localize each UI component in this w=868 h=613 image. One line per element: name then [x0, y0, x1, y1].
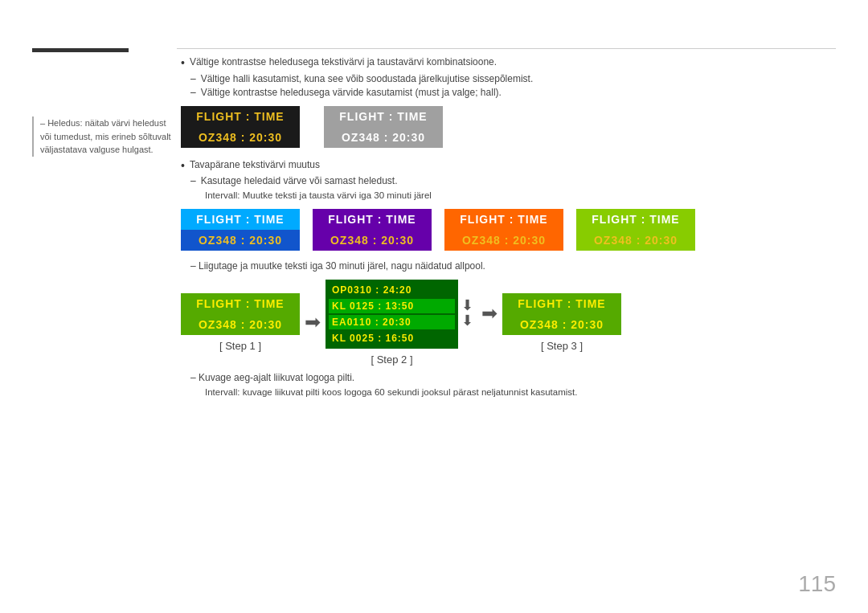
arrow-down-1: ⬇ [461, 298, 473, 314]
scroll-row-1: KL 0125 : 13:50 [329, 299, 455, 313]
bullet-dot: • [181, 56, 185, 70]
step-1-block: FLIGHT : TIME OZ348 : 20:30 [ Step 1 ] [181, 293, 300, 352]
step1-header: FLIGHT : TIME [181, 293, 300, 314]
sub-dash-1: – [190, 175, 196, 186]
dash-item-2: – Vältige kontrastse heledusega värvide … [181, 87, 836, 98]
fc-gray-body: OZ348 : 20:30 [324, 127, 443, 148]
fc-orange-header: FLIGHT : TIME [444, 209, 563, 230]
fc-gy-body: OZ348 : 20:30 [576, 230, 695, 251]
flight-card-gray: FLIGHT : TIME OZ348 : 20:30 [324, 106, 443, 148]
step3-body: OZ348 : 20:30 [502, 314, 621, 335]
step3-label: [ Step 3 ] [541, 340, 583, 352]
dash-1: – [190, 73, 196, 84]
steps-row: FLIGHT : TIME OZ348 : 20:30 [ Step 1 ] ➡… [181, 280, 836, 366]
scroll-display: OP0310 : 24:20 KL 0125 : 13:50 EA0110 : … [326, 280, 458, 349]
step-3-block: FLIGHT : TIME OZ348 : 20:30 [ Step 3 ] [502, 293, 621, 352]
sub-dot: • [181, 159, 185, 173]
scroll-row-3: KL 0025 : 16:50 [329, 331, 455, 345]
bullet-text-1: Vältige kontrastse heledusega tekstivärv… [190, 56, 497, 67]
step-note-text-2: Intervall: kuvage liikuvat pilti koos lo… [205, 387, 577, 397]
sidebar: – Heledus: näitab värvi heledust või tum… [32, 48, 173, 157]
sub-point-1: – Kasutage heledaid värve või samast hel… [181, 175, 836, 186]
scroll-note: – Liigutage ja muutke teksti iga 30 minu… [181, 260, 836, 272]
sub-section-title: Tavapärane tekstivärvi muutus [190, 159, 320, 170]
fc-blue-body: OZ348 : 20:30 [181, 230, 300, 251]
fc-dark-header: FLIGHT : TIME [181, 106, 300, 127]
scroll-note-text: – Liigutage ja muutke teksti iga 30 minu… [190, 260, 485, 272]
step-note-indent: Intervall: kuvage liikuvat pilti koos lo… [181, 386, 836, 399]
flight-card-purple: FLIGHT : TIME OZ348 : 20:30 [313, 209, 432, 251]
arrow-down-group: ⬇ ⬇ [461, 298, 473, 330]
flight-card-blue: FLIGHT : TIME OZ348 : 20:30 [181, 209, 300, 251]
step2-label: [ Step 2 ] [371, 353, 412, 366]
arrow-right-1: ➡ [305, 311, 321, 333]
sub-point-text-2: Intervall: Muutke teksti ja tausta värvi… [205, 190, 432, 200]
step-note-text-1: – Kuvage aeg-ajalt liikuvat logoga pilti… [190, 372, 354, 383]
fc-blue-header: FLIGHT : TIME [181, 209, 300, 230]
sub-point-indent: Intervall: Muutke teksti ja tausta värvi… [181, 189, 836, 202]
bullet-list: • Vältige kontrastse heledusega tekstivä… [181, 56, 836, 98]
step1-label: [ Step 1 ] [219, 340, 261, 352]
main-content: • Vältige kontrastse heledusega tekstivä… [181, 56, 836, 399]
top-cards-section: FLIGHT : TIME OZ348 : 20:30 FLIGHT : TIM… [181, 106, 836, 148]
bullet-item-1: • Vältige kontrastse heledusega tekstivä… [181, 56, 836, 70]
arrow-group: ⬇ ⬇ ➡ [458, 298, 502, 330]
fc-purple-header: FLIGHT : TIME [313, 209, 432, 230]
sub-point-text-1: Kasutage heledaid värve või samast heled… [201, 175, 398, 186]
fc-gy-header: FLIGHT : TIME [576, 209, 695, 230]
scroll-row-0: OP0310 : 24:20 [329, 283, 455, 297]
page-number: 115 [798, 571, 836, 597]
flight-card-greenyellow: FLIGHT : TIME OZ348 : 20:30 [576, 209, 695, 251]
sidebar-bar [32, 48, 129, 52]
fc-gray-header: FLIGHT : TIME [324, 106, 443, 127]
step-2-block: OP0310 : 24:20 KL 0125 : 13:50 EA0110 : … [326, 280, 458, 366]
color-cards-row: FLIGHT : TIME OZ348 : 20:30 FLIGHT : TIM… [181, 209, 836, 251]
sidebar-note: – Heledus: näitab värvi heledust või tum… [32, 116, 173, 157]
flight-card-dark: FLIGHT : TIME OZ348 : 20:30 [181, 106, 300, 148]
dash-item-1: – Vältige halli kasutamist, kuna see või… [181, 73, 836, 84]
step-notes: – Kuvage aeg-ajalt liikuvat logoga pilti… [181, 372, 836, 399]
arrow-down-2: ⬇ [461, 313, 473, 329]
dash-text-2: Vältige kontrastse heledusega värvide ka… [201, 87, 502, 98]
fc-dark-body: OZ348 : 20:30 [181, 127, 300, 148]
sub-section-bullet: • Tavapärane tekstivärvi muutus [181, 159, 836, 173]
step3-card: FLIGHT : TIME OZ348 : 20:30 [502, 293, 621, 335]
top-divider [177, 48, 836, 49]
step1-card: FLIGHT : TIME OZ348 : 20:30 [181, 293, 300, 335]
fc-purple-body: OZ348 : 20:30 [313, 230, 432, 251]
dash-text-1: Vältige halli kasutamist, kuna see võib … [201, 73, 534, 84]
flight-card-orange: FLIGHT : TIME OZ348 : 20:30 [444, 209, 563, 251]
arrow-right-2: ➡ [481, 302, 497, 325]
fc-orange-body: OZ348 : 20:30 [444, 230, 563, 251]
dash-2: – [190, 87, 196, 98]
step1-body: OZ348 : 20:30 [181, 314, 300, 335]
step3-header: FLIGHT : TIME [502, 293, 621, 314]
step-note-1: – Kuvage aeg-ajalt liikuvat logoga pilti… [181, 372, 836, 383]
scroll-row-2: EA0110 : 20:30 [329, 315, 455, 329]
